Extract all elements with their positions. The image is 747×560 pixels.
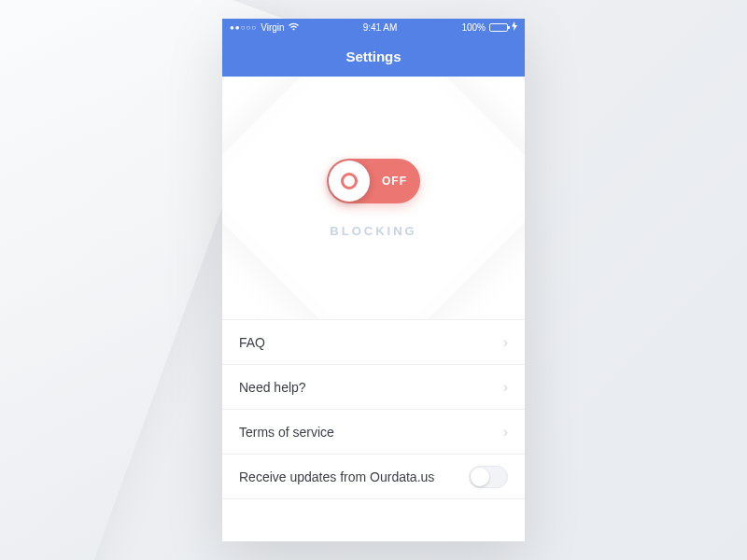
chevron-right-icon: › (503, 424, 508, 441)
list-item-faq[interactable]: FAQ › (222, 320, 525, 365)
list-item-terms[interactable]: Terms of service › (222, 410, 525, 455)
chevron-right-icon: › (503, 334, 508, 351)
carrier-label: Virgin (261, 22, 284, 33)
updates-toggle[interactable] (469, 466, 508, 488)
blocking-toggle[interactable]: OFF (327, 159, 420, 203)
status-bar: ●●○○○ Virgin 9:41 AM 100% (222, 19, 525, 35)
chevron-right-icon: › (503, 379, 508, 396)
nav-bar: Settings (222, 35, 525, 77)
list-item-label: Need help? (239, 380, 306, 395)
list-item-label: FAQ (239, 335, 265, 350)
phone-frame: ●●○○○ Virgin 9:41 AM 100% Settings OFF (222, 19, 525, 541)
hero-caption: BLOCKING (330, 224, 416, 238)
settings-list: FAQ › Need help? › Terms of service › Re… (222, 319, 525, 499)
page-title: Settings (345, 49, 401, 64)
list-item-label: Terms of service (239, 425, 334, 440)
wifi-icon (289, 22, 299, 33)
status-time: 9:41 AM (363, 22, 398, 33)
signal-dots-icon: ●●○○○ (230, 23, 257, 32)
power-ring-icon (341, 173, 358, 189)
list-item-help[interactable]: Need help? › (222, 365, 525, 410)
charging-icon (512, 21, 517, 33)
hero-section: OFF BLOCKING (222, 77, 525, 319)
list-item-updates: Receive updates from Ourdata.us (222, 455, 525, 499)
battery-percent: 100% (461, 22, 486, 33)
toggle-knob (471, 468, 489, 486)
toggle-knob (329, 161, 370, 202)
toggle-state-label: OFF (382, 175, 407, 188)
battery-icon (489, 23, 508, 32)
list-item-label: Receive updates from Ourdata.us (239, 469, 434, 484)
